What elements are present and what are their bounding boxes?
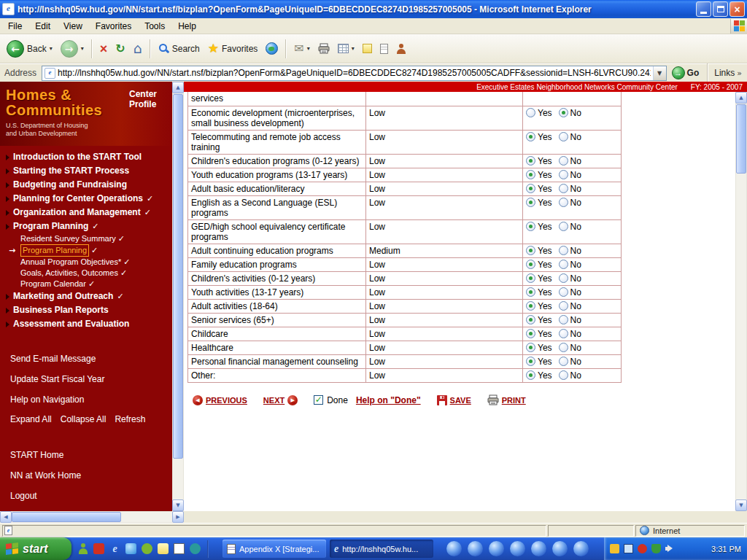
go-button[interactable]: → Go xyxy=(670,66,702,79)
menu-favorites[interactable]: Favorites xyxy=(89,19,138,34)
messenger-button[interactable] xyxy=(392,42,410,56)
yes-radio[interactable] xyxy=(526,301,535,311)
yes-radio[interactable] xyxy=(526,246,535,255)
main-scrollbar[interactable]: ▲ ▼ xyxy=(735,92,747,511)
help-on-done-link[interactable]: Help on "Done" xyxy=(356,395,421,405)
sidebar-subitem[interactable]: →Program Planning✓ xyxy=(9,244,172,257)
yes-radio[interactable] xyxy=(526,132,535,141)
taskbar-round-icon[interactable] xyxy=(573,541,589,556)
no-radio[interactable] xyxy=(559,370,568,380)
scroll-right-button[interactable]: ▶ xyxy=(172,511,184,523)
sidebar-item[interactable]: Introduction to the START Tool xyxy=(0,150,172,164)
favorites-button[interactable]: ★ Favorites xyxy=(204,40,262,57)
tray-shield-icon[interactable] xyxy=(651,544,661,553)
address-url[interactable]: http://lnshhq05w.hud.gov/NN/start.nsf/bi… xyxy=(58,68,651,78)
quicklaunch-ie-icon[interactable]: e xyxy=(109,543,120,554)
scroll-thumb[interactable] xyxy=(736,104,746,174)
scroll-thumb[interactable] xyxy=(173,94,183,459)
yes-radio[interactable] xyxy=(526,343,535,352)
sidebar-item[interactable]: Business Plan Reports xyxy=(0,303,172,317)
scroll-up-button[interactable]: ▲ xyxy=(172,82,184,93)
sidebar-link[interactable]: Update Start Fiscal Year xyxy=(0,369,172,389)
quicklaunch-icon[interactable] xyxy=(93,543,104,554)
sidebar-link[interactable]: Expand All xyxy=(10,414,52,424)
sidebar-item[interactable]: Starting the START Process xyxy=(0,164,172,178)
no-radio[interactable] xyxy=(559,108,568,117)
no-radio[interactable] xyxy=(559,198,568,207)
yes-radio[interactable] xyxy=(526,184,535,193)
print-button[interactable] xyxy=(314,41,333,56)
taskbar-round-icon[interactable] xyxy=(468,541,483,556)
start-button[interactable]: start xyxy=(0,537,71,560)
sidebar-link[interactable]: Refresh xyxy=(115,414,145,424)
no-radio[interactable] xyxy=(559,315,568,324)
no-radio[interactable] xyxy=(559,357,568,366)
horizontal-scrollbar[interactable]: ◀ ▶ xyxy=(0,511,184,523)
mail-button[interactable]: ✉ ▾ xyxy=(290,41,313,57)
menu-file[interactable]: File xyxy=(1,19,28,34)
yes-radio[interactable] xyxy=(526,170,535,179)
yes-radio[interactable] xyxy=(526,108,535,117)
close-button[interactable]: × xyxy=(729,1,745,17)
taskbar-round-icon[interactable] xyxy=(531,541,546,556)
quicklaunch-icon[interactable] xyxy=(125,543,136,554)
no-radio[interactable] xyxy=(559,287,568,297)
tray-icon[interactable] xyxy=(610,544,619,553)
sidebar-link[interactable]: Send E-mail Message xyxy=(0,349,172,369)
sidebar-link[interactable]: Help on Navigation xyxy=(0,389,172,410)
back-dropdown-icon[interactable]: ▾ xyxy=(50,45,53,52)
taskbar-round-icon[interactable] xyxy=(446,541,462,556)
yes-radio[interactable] xyxy=(526,315,535,324)
mail-dropdown-icon[interactable]: ▾ xyxy=(307,45,310,52)
research-button[interactable] xyxy=(376,42,392,56)
history-button[interactable] xyxy=(262,40,282,57)
yes-radio[interactable] xyxy=(526,287,535,297)
forward-button[interactable]: → ▾ xyxy=(57,38,88,60)
stop-button[interactable]: × xyxy=(96,40,112,58)
sidebar-link[interactable]: Logout xyxy=(0,486,172,506)
taskbar-window-ie[interactable]: e http://lnshhq05w.hu... xyxy=(330,540,433,558)
taskbar-round-icon[interactable] xyxy=(510,541,525,556)
discuss-button[interactable] xyxy=(359,42,376,55)
sidebar-subitem[interactable]: Program Calendar✓ xyxy=(9,279,172,289)
sidebar-item[interactable]: Program Planning✓ xyxy=(0,219,172,233)
no-radio[interactable] xyxy=(559,132,568,141)
refresh-button[interactable]: ↻ xyxy=(112,41,128,57)
no-radio[interactable] xyxy=(559,273,568,283)
menu-tools[interactable]: Tools xyxy=(138,19,171,34)
save-button[interactable]: SAVE xyxy=(437,395,471,405)
no-radio[interactable] xyxy=(559,329,568,338)
sidebar-link[interactable]: NN at Work Home xyxy=(0,465,172,486)
sidebar-scrollbar[interactable]: ▲ ▼ xyxy=(172,82,184,511)
edit-button[interactable]: ▾ xyxy=(334,42,358,55)
minimize-button[interactable] xyxy=(696,1,711,17)
sidebar-link[interactable]: START Home xyxy=(0,445,172,465)
edit-dropdown-icon[interactable]: ▾ xyxy=(352,45,355,52)
yes-radio[interactable] xyxy=(526,357,535,366)
scroll-up-button[interactable]: ▲ xyxy=(735,92,747,104)
yes-radio[interactable] xyxy=(526,222,535,231)
no-radio[interactable] xyxy=(559,260,568,269)
links-button[interactable]: Links » xyxy=(714,68,745,78)
quicklaunch-icon[interactable] xyxy=(142,543,152,554)
yes-radio[interactable] xyxy=(526,198,535,207)
tray-volume-icon[interactable] xyxy=(665,544,675,553)
search-button[interactable]: Search xyxy=(155,41,204,56)
sidebar-item[interactable]: Assessment and Evaluation xyxy=(0,317,172,331)
menu-view[interactable]: View xyxy=(57,19,89,34)
no-radio[interactable] xyxy=(559,343,568,352)
sidebar-item[interactable]: Organization and Management✓ xyxy=(0,206,172,219)
taskbar-window-appendix[interactable]: Appendix X [Strategi... xyxy=(222,540,326,558)
address-input[interactable]: e http://lnshhq05w.hud.gov/NN/start.nsf/… xyxy=(42,66,667,81)
previous-button[interactable]: ◀ PREVIOUS xyxy=(193,395,247,405)
sidebar-item[interactable]: Budgeting and Fundraising xyxy=(0,178,172,192)
sidebar-subitem[interactable]: Annual Program Objectives*✓ xyxy=(9,257,172,268)
address-dropdown-button[interactable]: ▼ xyxy=(653,66,666,80)
back-button[interactable]: ← Back ▾ xyxy=(3,38,56,60)
scroll-thumb[interactable] xyxy=(12,512,121,522)
no-radio[interactable] xyxy=(559,222,568,231)
menu-help[interactable]: Help xyxy=(171,19,203,34)
sidebar-subitem[interactable]: Goals, Activities, Outcomes✓ xyxy=(9,268,172,279)
yes-radio[interactable] xyxy=(526,370,535,380)
sidebar-subitem[interactable]: Resident Survey Summary✓ xyxy=(9,233,172,244)
